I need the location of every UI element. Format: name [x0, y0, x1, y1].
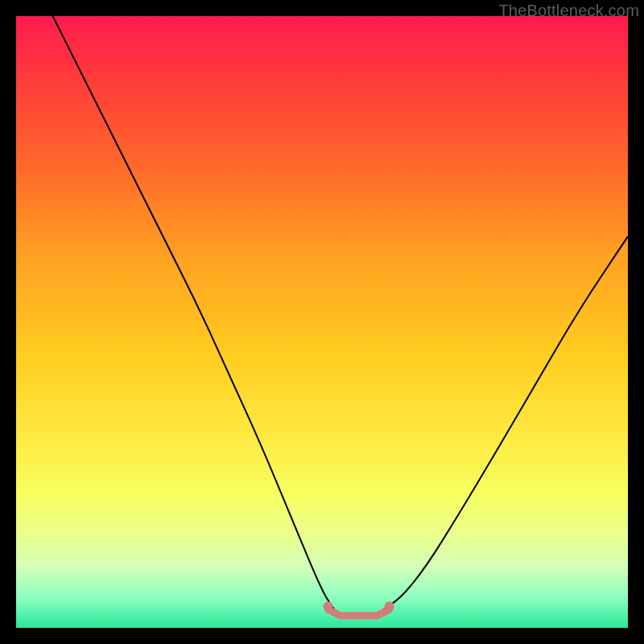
- curve-layer: [16, 16, 628, 628]
- chart-frame: TheBottleneck.com: [0, 0, 644, 644]
- bottom-end-dot: [385, 601, 394, 611]
- bottom-end-dot: [324, 601, 333, 611]
- right-curve: [383, 237, 628, 610]
- gradient-plot-area: [16, 16, 628, 628]
- bottom-markers: [324, 601, 394, 616]
- bottom-flat-segment: [328, 609, 390, 616]
- left-curve: [53, 16, 335, 609]
